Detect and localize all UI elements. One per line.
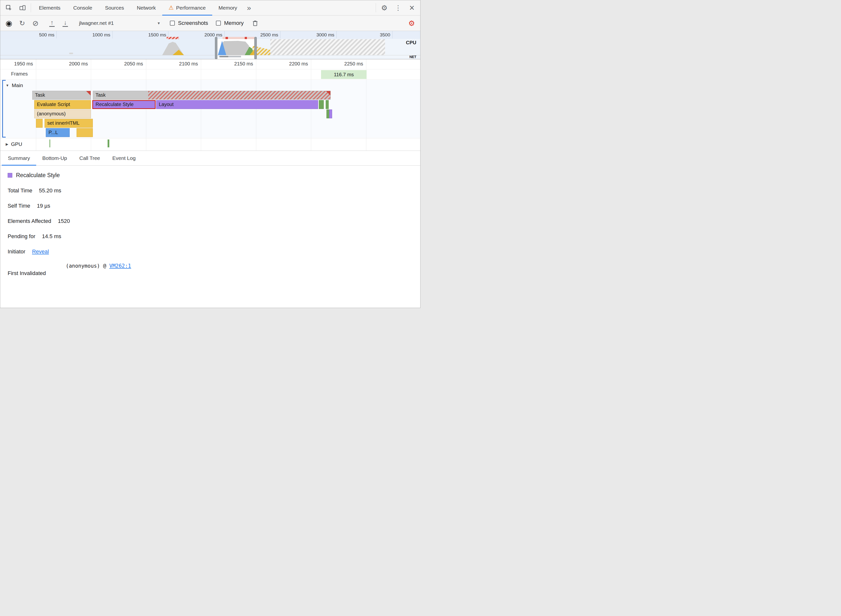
flame-bar-label: Task — [35, 92, 45, 98]
long-task-corner — [86, 91, 91, 95]
bottom-tab-strip: SummaryBottom-UpCall TreeEvent Log — [2, 151, 142, 165]
record-icon[interactable]: ◉ — [2, 16, 16, 31]
screenshots-checkbox[interactable] — [170, 21, 175, 26]
tab-elements[interactable]: Elements — [32, 0, 67, 15]
flame-bar[interactable]: Layout — [156, 100, 318, 109]
timeline-ruler-label: 2100 ms — [160, 61, 198, 67]
timeline-ruler-label: 2200 ms — [270, 61, 308, 67]
more-tabs-icon[interactable]: » — [244, 0, 254, 15]
flame-bar-label: set innerHTML — [47, 120, 79, 126]
summary-row: Elements Affected1520 — [7, 218, 420, 224]
flame-bar[interactable]: (anonymous) — [34, 110, 91, 118]
flame-bar-label: (anonymous) — [37, 111, 66, 116]
flame-bar[interactable] — [76, 128, 93, 137]
clear-recording-icon[interactable]: ⊘ — [29, 16, 42, 31]
timeline-detail[interactable]: 1950 ms2000 ms2050 ms2100 ms2150 ms2200 … — [0, 59, 420, 151]
flame-bar[interactable] — [326, 100, 329, 109]
triangle-down-icon: ▼ — [6, 84, 9, 87]
flame-bar[interactable] — [329, 110, 332, 118]
save-profile-icon[interactable]: ↓ — [59, 16, 72, 31]
settings-gear-icon[interactable]: ⚙ — [378, 0, 391, 15]
overview-window-right-handle[interactable] — [254, 37, 257, 59]
tab-network[interactable]: Network — [131, 0, 162, 15]
inspect-element-icon[interactable] — [2, 0, 16, 15]
delete-recording-icon[interactable] — [248, 16, 262, 31]
tab-performance[interactable]: ⚠Performance — [162, 0, 212, 15]
first-invalidated-value: (anonymous) @ VM262:1 — [66, 263, 420, 269]
overview-gridline — [392, 31, 393, 38]
memory-toggle[interactable]: Memory — [216, 20, 244, 26]
first-invalidated-source: (anonymous) @ — [66, 263, 109, 269]
timeline-overview[interactable]: 500 ms1000 ms1500 ms2000 ms2500 ms3000 m… — [0, 31, 420, 59]
flame-bar-label: Task — [96, 92, 106, 98]
more-options-icon[interactable]: ⋮ — [391, 0, 405, 15]
screenshots-toggle[interactable]: Screenshots — [170, 20, 208, 26]
tab-bottom-up[interactable]: Bottom-Up — [36, 151, 73, 165]
gpu-track-canvas[interactable] — [0, 138, 420, 151]
tab-label: Call Tree — [79, 155, 100, 161]
main-track-label: Main — [12, 82, 23, 88]
row-divider — [0, 69, 420, 69]
overview-ruler-label: 3500 — [353, 32, 390, 38]
overview-gridline — [112, 31, 113, 38]
cpu-activity-blip — [69, 53, 73, 54]
memory-checkbox[interactable] — [216, 21, 221, 26]
overview-gridline — [336, 31, 337, 38]
flame-bar[interactable] — [319, 100, 324, 109]
capture-settings-icon[interactable]: ⚙ — [405, 16, 418, 31]
cpu-idle-hatch — [270, 39, 385, 55]
overview-ruler-label: 3000 ms — [297, 32, 334, 38]
row-divider — [0, 79, 420, 80]
overview-gridline — [56, 31, 57, 38]
tab-memory[interactable]: Memory — [212, 0, 244, 15]
tab-label: Summary — [8, 155, 30, 161]
cpu-lane-label: CPU — [406, 40, 416, 45]
tab-console[interactable]: Console — [67, 0, 99, 15]
flame-bar[interactable]: P...L — [46, 128, 70, 137]
summary-row-value: 55.20 ms — [39, 188, 61, 194]
summary-row-label: Elements Affected — [7, 218, 51, 224]
first-invalidated-label: First Invalidated — [7, 270, 420, 277]
timeline-ruler-label: 2150 ms — [215, 61, 253, 67]
flame-bar[interactable]: Evaluate Script — [34, 100, 91, 109]
summary-row-link[interactable]: Reveal — [32, 248, 49, 255]
summary-row-value: 1520 — [58, 218, 70, 224]
warning-icon: ⚠ — [169, 4, 174, 11]
profile-select[interactable]: jlwagner.net #1 ▾ — [75, 18, 164, 28]
memory-label: Memory — [224, 20, 244, 26]
main-track-toggle[interactable]: ▼ Main — [6, 82, 23, 88]
device-toolbar-icon[interactable] — [16, 0, 29, 15]
summary-rows: Total Time55.20 msSelf Time19 µsElements… — [7, 188, 420, 255]
devtools-tab-strip: ElementsConsoleSourcesNetwork⚠Performanc… — [32, 0, 244, 15]
flame-bar[interactable]: Task — [93, 91, 331, 100]
flame-bar-label: P...L — [49, 130, 58, 135]
gpu-activity-mark — [50, 139, 50, 147]
tab-call-tree[interactable]: Call Tree — [73, 151, 106, 165]
tab-event-log[interactable]: Event Log — [106, 151, 142, 165]
tabbar-spacer — [254, 0, 374, 15]
flame-bar[interactable]: set innerHTML — [44, 119, 93, 128]
timeline-ruler-label: 2250 ms — [325, 61, 363, 67]
overview-ruler-label: 1000 ms — [73, 32, 110, 38]
flame-chart[interactable]: TaskTaskEvaluate ScriptRecalculate Style… — [0, 91, 420, 138]
reload-and-record-icon[interactable]: ↻ — [16, 16, 29, 31]
close-icon[interactable]: × — [405, 0, 419, 15]
load-profile-icon[interactable]: ↑ — [45, 16, 59, 31]
flame-bar[interactable]: Task — [32, 91, 91, 100]
timeline-ruler-label: 2050 ms — [104, 61, 143, 67]
overview-dim-left — [0, 39, 215, 59]
long-task-corner — [326, 91, 331, 95]
flame-bar[interactable] — [36, 119, 43, 128]
flame-bar-label: Recalculate Style — [96, 101, 134, 107]
chevron-down-icon: ▾ — [157, 21, 160, 26]
summary-row: Self Time19 µs — [7, 203, 420, 209]
tab-label: Performance — [176, 5, 206, 11]
overview-window-left-handle[interactable] — [215, 37, 218, 59]
tab-summary[interactable]: Summary — [2, 151, 36, 165]
tab-label: Sources — [105, 5, 124, 11]
first-invalidated-link[interactable]: VM262:1 — [109, 263, 131, 269]
frame-duration-badge[interactable]: 116.7 ms — [321, 70, 366, 79]
tab-sources[interactable]: Sources — [99, 0, 131, 15]
performance-toolbar: ◉ ↻ ⊘ ↑ ↓ jlwagner.net #1 ▾ Screenshots … — [0, 16, 420, 31]
flame-bar[interactable]: Recalculate Style — [92, 100, 156, 109]
